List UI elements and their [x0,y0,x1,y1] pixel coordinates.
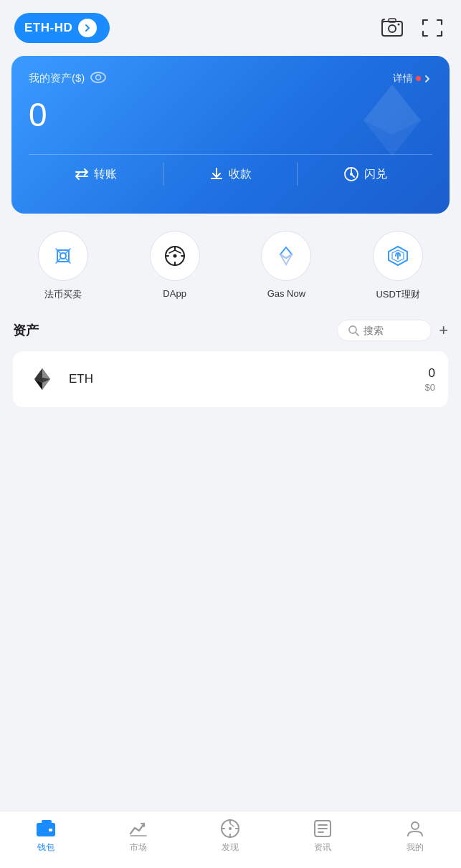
news-nav-icon [313,819,333,839]
market-nav-label: 市场 [130,841,147,854]
balance-label: 我的资产($) [29,72,106,85]
svg-point-5 [96,75,101,80]
assets-section: 资产 + ETH [0,308,461,407]
dapp-icon-circle [150,231,200,281]
wallet-nav-label: 钱包 [37,841,54,854]
eth-amount: 0 [425,366,435,381]
market-nav-icon [128,819,148,839]
fiat-icon-circle [38,231,88,281]
svg-marker-19 [280,254,292,264]
usdt-icon-circle [373,231,423,281]
quick-item-dapp[interactable]: DApp [143,231,207,301]
receive-label: 收款 [229,167,252,182]
quick-menu: 法币买卖 DApp Gas Now [0,214,461,308]
svg-point-3 [398,24,400,26]
nav-market[interactable]: 市场 [110,819,167,854]
flash-swap-button[interactable]: 闪兑 [298,155,432,194]
search-box[interactable] [337,320,432,341]
discover-nav-icon [220,819,240,839]
discover-nav-label: 发现 [222,841,239,854]
camera-button[interactable] [378,14,407,42]
quick-item-usdt[interactable]: USDT理财 [366,231,430,301]
svg-point-4 [91,72,105,82]
mine-nav-label: 我的 [407,841,424,854]
wallet-nav-icon [36,819,56,839]
eth-usd: $0 [425,382,435,393]
svg-rect-2 [389,19,396,22]
assets-title: 资产 [13,322,39,339]
nav-news[interactable]: 资讯 [294,819,351,854]
scan-button[interactable] [418,14,447,42]
header: ETH-HD [0,0,461,50]
bottom-nav: 钱包 市场 发现 [0,811,461,868]
svg-rect-33 [37,825,55,828]
quick-item-gas[interactable]: Gas Now [254,231,318,301]
svg-point-38 [229,827,232,830]
asset-item-eth[interactable]: ETH 0 $0 [13,351,448,407]
news-nav-label: 资讯 [314,841,331,854]
svg-rect-32 [37,823,55,836]
quick-item-fiat[interactable]: 法币买卖 [31,231,95,301]
svg-point-48 [412,822,419,829]
svg-point-9 [350,173,353,176]
svg-rect-35 [49,829,52,831]
eth-watermark [349,77,435,166]
search-icon [348,325,359,336]
svg-rect-34 [42,820,52,824]
search-input[interactable] [363,325,421,336]
eth-logo [26,363,59,396]
transfer-label: 转账 [94,167,117,182]
assets-search-area: + [337,320,448,341]
wallet-arrow-icon [78,19,97,37]
eth-balance: 0 $0 [425,366,435,393]
nav-discover[interactable]: 发现 [201,819,259,854]
svg-line-43 [230,824,234,826]
gas-icon-circle [261,231,311,281]
assets-header: 资产 + [13,320,448,341]
svg-line-24 [356,333,358,335]
mine-nav-icon [405,819,425,839]
add-asset-button[interactable]: + [439,323,448,338]
svg-point-11 [173,254,176,258]
flash-label: 闪兑 [364,167,387,182]
header-actions [378,14,447,42]
fiat-label: 法币买卖 [44,288,82,301]
svg-line-16 [175,250,181,253]
nav-mine[interactable]: 我的 [386,819,444,854]
svg-point-1 [389,25,396,32]
usdt-label: USDT理财 [376,288,419,301]
eye-icon[interactable] [90,72,106,85]
transfer-button[interactable]: 转账 [29,155,163,194]
card-actions: 转账 收款 闪兑 [29,154,432,194]
nav-wallet[interactable]: 钱包 [17,819,75,854]
svg-line-17 [169,250,175,253]
receive-button[interactable]: 收款 [163,155,298,194]
gas-label: Gas Now [267,288,305,299]
wallet-name: ETH-HD [24,21,72,35]
wallet-selector[interactable]: ETH-HD [14,13,110,43]
balance-card: 我的资产($) 详情 0 [11,56,450,214]
eth-name: ETH [69,372,415,386]
dapp-label: DApp [163,288,186,299]
